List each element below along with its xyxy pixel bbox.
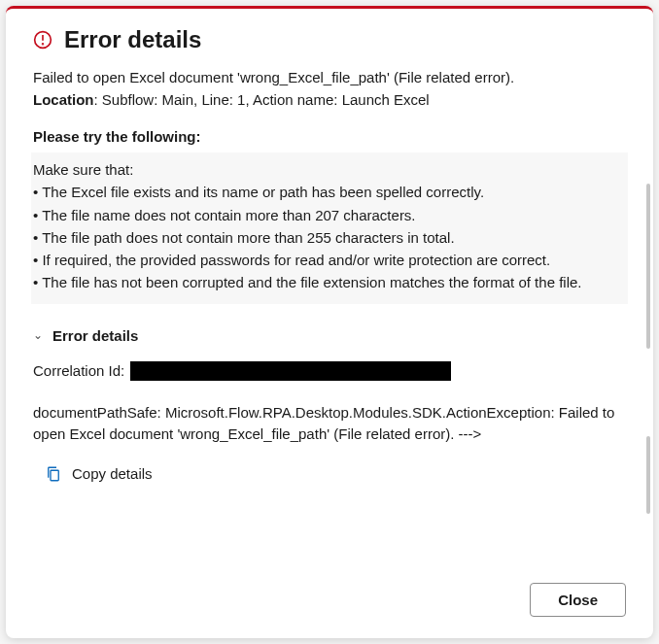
- error-details-label: Error details: [52, 327, 138, 344]
- error-message: Failed to open Excel document 'wrong_Exc…: [33, 67, 626, 89]
- location-value: : Subflow: Main, Line: 1, Action name: L…: [94, 91, 430, 108]
- suggestion-item: • The file path does not contain more th…: [33, 226, 626, 249]
- suggestion-item: • If required, the provided passwords fo…: [33, 249, 626, 271]
- error-details-toggle[interactable]: ⌄ Error details: [33, 327, 626, 344]
- dialog-body: Failed to open Excel document 'wrong_Exc…: [6, 67, 653, 571]
- scrollbar-thumb-details[interactable]: [646, 436, 650, 514]
- copy-details-label: Copy details: [72, 465, 153, 482]
- suggestion-box: Make sure that: • The Excel file exists …: [31, 153, 628, 304]
- suggestion-item: • The file name does not contain more th…: [33, 204, 626, 226]
- suggestion-title: Please try the following:: [33, 128, 626, 145]
- correlation-row: Correlation Id:: [33, 361, 626, 381]
- svg-rect-3: [51, 470, 58, 481]
- suggestion-item: • The file has not been corrupted and th…: [33, 271, 626, 293]
- scrollbar-thumb[interactable]: [646, 184, 650, 349]
- suggestion-item: • The Excel file exists and its name or …: [33, 181, 626, 203]
- correlation-id-redacted: [130, 361, 451, 381]
- error-icon: [33, 30, 52, 50]
- error-dialog: Error details Failed to open Excel docum…: [6, 6, 653, 638]
- error-stack-text: documentPathSafe: Microsoft.Flow.RPA.Des…: [33, 402, 626, 446]
- suggestion-intro: Make sure that:: [33, 158, 626, 181]
- dialog-footer: Close: [6, 571, 653, 638]
- dialog-title: Error details: [64, 26, 201, 53]
- chevron-down-icon: ⌄: [33, 328, 43, 342]
- dialog-header: Error details: [6, 9, 653, 67]
- copy-details-button[interactable]: Copy details: [33, 465, 626, 483]
- correlation-label: Correlation Id:: [33, 362, 124, 379]
- close-button[interactable]: Close: [530, 583, 626, 617]
- error-location: Location: Subflow: Main, Line: 1, Action…: [33, 89, 626, 112]
- svg-point-2: [43, 44, 44, 45]
- error-details-section: ⌄ Error details Correlation Id: document…: [33, 327, 626, 483]
- error-summary: Failed to open Excel document 'wrong_Exc…: [33, 67, 626, 111]
- location-label: Location: [33, 91, 94, 108]
- copy-icon: [45, 465, 62, 483]
